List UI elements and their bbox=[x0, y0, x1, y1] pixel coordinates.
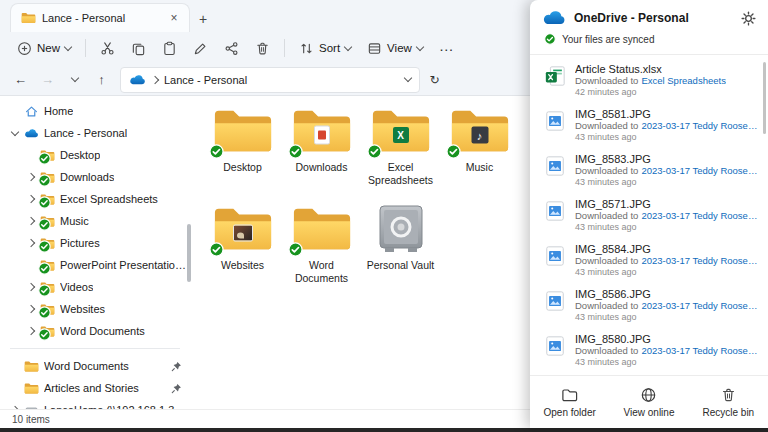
back-button[interactable] bbox=[8, 68, 33, 92]
sidebar-item-music[interactable]: Music bbox=[4, 210, 186, 232]
pinned-item-word-documents[interactable]: Word Documents bbox=[4, 355, 186, 377]
screen: Lance - Personal New bbox=[0, 0, 768, 432]
sidebar-item-videos[interactable]: Videos bbox=[4, 276, 186, 298]
view-online-button[interactable]: View online bbox=[609, 376, 688, 428]
sync-badge-icon bbox=[367, 144, 382, 159]
divider bbox=[530, 54, 768, 55]
delete-button[interactable] bbox=[248, 37, 277, 60]
new-tab-button[interactable] bbox=[190, 6, 216, 32]
activity-time: 43 minutes ago bbox=[575, 312, 757, 323]
activity-item[interactable]: IMG_8583.JPG Downloaded to2023-03-17 Ted… bbox=[530, 148, 768, 193]
chevron-right-icon[interactable] bbox=[26, 217, 34, 225]
sidebar-item-label: Word Documents bbox=[60, 325, 145, 337]
sidebar-item-label: Excel Spreadsheets bbox=[60, 193, 158, 205]
sidebar-item-pictures[interactable]: Pictures bbox=[4, 232, 186, 254]
sync-badge-icon bbox=[209, 144, 224, 159]
activity-file-name: IMG_8581.JPG bbox=[575, 108, 757, 120]
folder-icon bbox=[40, 215, 55, 228]
rename-icon bbox=[193, 41, 208, 56]
sync-badge-icon bbox=[37, 262, 52, 275]
sidebar-item-label: Desktop bbox=[60, 149, 100, 161]
file-tile-desktop[interactable]: Desktop bbox=[203, 102, 282, 198]
sidebar-item-excel-spreadsheets[interactable]: Excel Spreadsheets bbox=[4, 188, 186, 210]
address-input[interactable]: Lance - Personal bbox=[120, 67, 420, 93]
panel-scrollbar[interactable] bbox=[763, 62, 766, 134]
open-folder-button[interactable]: Open folder bbox=[530, 376, 609, 428]
sidebar-scrollbar[interactable] bbox=[187, 224, 191, 282]
activity-target-link[interactable]: 2023-03-17 Teddy Roose… bbox=[641, 120, 757, 132]
view-button[interactable]: View bbox=[360, 37, 430, 60]
file-tile-word-documents[interactable]: Word Documents bbox=[282, 200, 361, 296]
more-options-button[interactable] bbox=[432, 36, 461, 61]
pinned-item-articles-and-stories[interactable]: Articles and Stories bbox=[4, 377, 186, 399]
sidebar-item-websites[interactable]: Websites bbox=[4, 298, 186, 320]
gear-icon[interactable] bbox=[741, 11, 756, 26]
onedrive-cloud-icon bbox=[24, 127, 39, 140]
up-button[interactable] bbox=[89, 68, 114, 92]
activity-file-name: IMG_8580.JPG bbox=[575, 333, 757, 345]
share-button[interactable] bbox=[217, 37, 246, 60]
new-button[interactable]: New bbox=[10, 37, 78, 60]
sidebar-item-label: Pictures bbox=[60, 237, 100, 249]
activity-target-link[interactable]: 2023-03-17 Teddy Roose… bbox=[641, 210, 757, 222]
sidebar-item-desktop[interactable]: Desktop bbox=[4, 144, 186, 166]
chevron-down-icon bbox=[344, 42, 352, 50]
chevron-right-icon[interactable] bbox=[26, 195, 34, 203]
sidebar-item-word-documents[interactable]: Word Documents bbox=[4, 320, 186, 342]
activity-item[interactable]: IMG_8581.JPG Downloaded to2023-03-17 Ted… bbox=[530, 103, 768, 148]
tab-close-icon[interactable] bbox=[165, 9, 183, 27]
image-file-icon bbox=[544, 109, 566, 133]
image-file-icon bbox=[544, 334, 566, 358]
file-tile-downloads[interactable]: Downloads bbox=[282, 102, 361, 198]
chevron-right-icon[interactable] bbox=[26, 239, 34, 247]
activity-target-link[interactable]: 2023-03-17 Teddy Roose… bbox=[641, 300, 757, 312]
file-name: Excel Spreadsheets bbox=[362, 161, 440, 187]
explorer-tab[interactable]: Lance - Personal bbox=[10, 3, 190, 32]
sidebar-item-label: Downloads bbox=[60, 171, 114, 183]
chevron-right-icon[interactable] bbox=[26, 283, 34, 291]
delete-icon bbox=[255, 41, 270, 56]
recycle-bin-button[interactable]: Recycle bin bbox=[689, 376, 768, 428]
chevron-down-icon[interactable] bbox=[10, 127, 18, 135]
activity-item[interactable]: IMG_8571.JPG Downloaded to2023-03-17 Ted… bbox=[530, 193, 768, 238]
activity-action: Downloaded to bbox=[575, 255, 638, 267]
recent-locations-button[interactable] bbox=[62, 68, 87, 92]
home-icon bbox=[24, 105, 39, 118]
activity-action: Downloaded to bbox=[575, 75, 638, 87]
folder-icon bbox=[40, 325, 55, 338]
sidebar-item-home[interactable]: Home bbox=[4, 100, 186, 122]
activity-item[interactable]: IMG_8584.JPG Downloaded to2023-03-17 Ted… bbox=[530, 238, 768, 283]
activity-item[interactable]: IMG_8586.JPG Downloaded to2023-03-17 Ted… bbox=[530, 283, 768, 328]
chevron-right-icon[interactable] bbox=[26, 327, 34, 335]
sync-badge-icon bbox=[37, 218, 52, 231]
activity-target-link[interactable]: Excel Spreadsheets bbox=[641, 75, 726, 87]
cut-button[interactable] bbox=[93, 37, 122, 60]
file-tile-websites[interactable]: Websites bbox=[203, 200, 282, 296]
paste-button[interactable] bbox=[155, 37, 184, 60]
image-file-icon bbox=[544, 199, 566, 223]
activity-item[interactable]: Article Status.xlsx Downloaded toExcel S… bbox=[530, 58, 768, 103]
file-name: Music bbox=[466, 161, 493, 174]
tab-title: Lance - Personal bbox=[42, 12, 159, 24]
sort-label: Sort bbox=[319, 42, 340, 54]
sidebar-item-onedrive[interactable]: Lance - Personal bbox=[4, 122, 186, 144]
file-tile-music[interactable]: Music bbox=[440, 102, 519, 198]
file-tile-excel-spreadsheets[interactable]: Excel Spreadsheets bbox=[361, 102, 440, 198]
sidebar-item-label: Music bbox=[60, 215, 89, 227]
activity-target-link[interactable]: 2023-03-17 Teddy Roose… bbox=[641, 165, 757, 177]
sort-button[interactable]: Sort bbox=[292, 37, 358, 60]
copy-button[interactable] bbox=[124, 37, 153, 60]
refresh-button[interactable] bbox=[422, 68, 447, 92]
chevron-right-icon[interactable] bbox=[26, 305, 34, 313]
chevron-right-icon[interactable] bbox=[26, 173, 34, 181]
folder-icon bbox=[21, 12, 36, 24]
activity-target-link[interactable]: 2023-03-17 Teddy Roose… bbox=[641, 345, 757, 357]
sidebar-item-powerpoint-presentations[interactable]: PowerPoint Presentations bbox=[4, 254, 186, 276]
activity-item[interactable]: IMG_8580.JPG Downloaded to2023-03-17 Ted… bbox=[530, 328, 768, 373]
new-label: New bbox=[37, 42, 60, 54]
file-tile-personal-vault[interactable]: Personal Vault bbox=[361, 200, 440, 296]
sidebar-item-downloads[interactable]: Downloads bbox=[4, 166, 186, 188]
activity-target-link[interactable]: 2023-03-17 Teddy Roose… bbox=[641, 255, 757, 267]
forward-button[interactable] bbox=[35, 68, 60, 92]
rename-button[interactable] bbox=[186, 37, 215, 60]
